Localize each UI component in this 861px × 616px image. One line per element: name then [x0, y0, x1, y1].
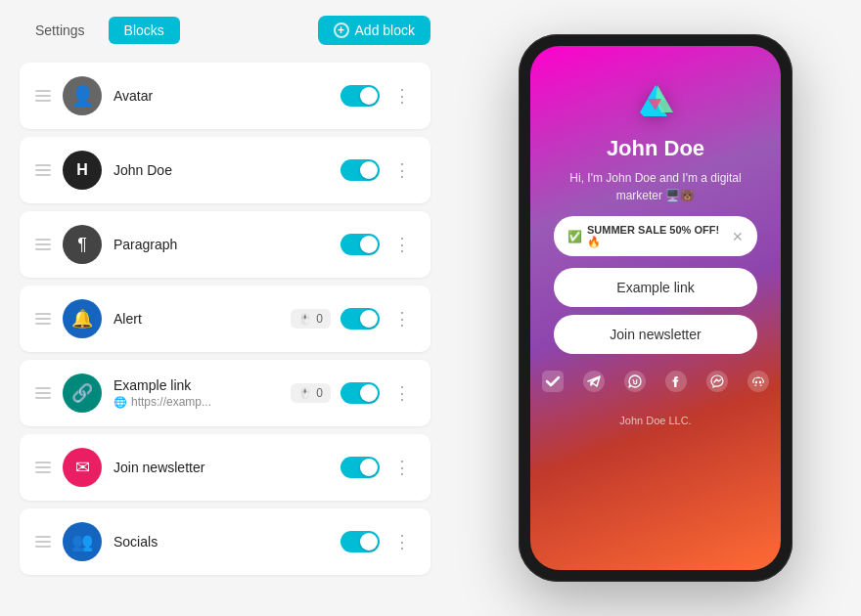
phone-screen: John Doe Hi, I'm John Doe and I'm a digi…: [530, 46, 781, 570]
block-item-avatar: 👤 Avatar ⋮: [20, 63, 430, 129]
whatsapp-social-icon[interactable]: [621, 368, 649, 395]
alert-clicks-badge: 🖱️ 0: [291, 309, 331, 329]
join-newsletter-more-button[interactable]: ⋮: [389, 453, 415, 482]
add-block-button[interactable]: + Add block: [318, 16, 430, 45]
click-icon: 🖱️: [298, 387, 312, 400]
svg-point-2: [624, 371, 646, 392]
join-newsletter-block-icon: ✉: [63, 448, 102, 487]
settings-tab[interactable]: Settings: [20, 17, 101, 44]
alert-check-icon: ✅: [567, 230, 582, 243]
alert-text: ✅ SUMMER SALE 50% OFF! 🔥: [567, 224, 732, 248]
alert-bar-text: SUMMER SALE 50% OFF! 🔥: [587, 224, 732, 248]
block-list: 👤 Avatar ⋮ H John Doe ⋮: [20, 63, 430, 575]
add-block-label: Add block: [355, 22, 415, 38]
john-doe-block-actions: ⋮: [340, 155, 415, 185]
block-item-john-doe: H John Doe ⋮: [20, 137, 430, 203]
example-link-toggle[interactable]: [340, 382, 380, 404]
svg-rect-0: [542, 371, 564, 392]
join-newsletter-block-actions: ⋮: [340, 453, 415, 482]
click-icon: 🖱️: [298, 313, 312, 326]
alert-more-button[interactable]: ⋮: [389, 304, 415, 333]
avatar-block-actions: ⋮: [340, 81, 415, 110]
alert-block-info: Alert: [113, 311, 279, 327]
svg-point-4: [706, 371, 728, 392]
example-link-url: 🌐 https://examp...: [113, 395, 279, 409]
avatar-block-icon: 👤: [63, 76, 102, 115]
example-link-more-button[interactable]: ⋮: [389, 378, 415, 408]
left-panel: Settings Blocks + Add block 👤 Avatar ⋮: [0, 0, 450, 616]
join-newsletter-block-info: Join newsletter: [113, 460, 329, 475]
socials-more-button[interactable]: ⋮: [389, 527, 415, 556]
toolbar: Settings Blocks + Add block: [20, 16, 430, 45]
alert-block-actions: 🖱️ 0 ⋮: [291, 304, 415, 333]
drag-handle[interactable]: [35, 536, 51, 548]
alert-toggle[interactable]: [340, 308, 380, 330]
paragraph-block-info: Paragraph: [113, 237, 329, 252]
paragraph-block-name: Paragraph: [113, 237, 329, 252]
phone-content: John Doe Hi, I'm John Doe and I'm a digi…: [530, 46, 781, 442]
john-doe-block-name: John Doe: [113, 162, 329, 178]
avatar-block-info: Avatar: [113, 88, 329, 104]
drag-handle[interactable]: [35, 239, 51, 250]
example-link-clicks-badge: 🖱️ 0: [291, 383, 331, 403]
socials-block-actions: ⋮: [340, 527, 415, 556]
john-doe-toggle[interactable]: [340, 159, 380, 181]
join-newsletter-button[interactable]: Join newsletter: [554, 315, 757, 354]
example-link-block-actions: 🖱️ 0 ⋮: [291, 378, 415, 408]
john-doe-block-icon: H: [63, 151, 102, 190]
example-link-block-name: Example link: [113, 377, 279, 393]
telegram-social-icon[interactable]: [580, 368, 608, 395]
example-link-block-info: Example link 🌐 https://examp...: [113, 377, 279, 409]
right-panel: John Doe Hi, I'm John Doe and I'm a digi…: [450, 0, 861, 616]
block-item-alert: 🔔 Alert 🖱️ 0 ⋮: [20, 286, 430, 352]
block-item-paragraph: ¶ Paragraph ⋮: [20, 211, 430, 278]
avatar-block-name: Avatar: [113, 88, 329, 104]
todo-social-icon[interactable]: [539, 368, 566, 395]
paragraph-more-button[interactable]: ⋮: [389, 230, 415, 259]
svg-point-7: [759, 381, 761, 384]
join-newsletter-toggle[interactable]: [340, 457, 380, 478]
alert-block-name: Alert: [113, 311, 279, 327]
profile-bio: Hi, I'm John Doe and I'm a digitalmarket…: [562, 169, 748, 204]
globe-icon: 🌐: [113, 396, 127, 409]
block-item-socials: 👥 Socials ⋮: [20, 508, 430, 575]
socials-toggle[interactable]: [340, 531, 380, 552]
avatar-more-button[interactable]: ⋮: [389, 81, 415, 110]
discord-social-icon[interactable]: [745, 368, 772, 395]
paragraph-block-icon: ¶: [63, 225, 102, 264]
svg-point-6: [755, 381, 757, 384]
svg-point-5: [748, 371, 769, 392]
join-newsletter-block-name: Join newsletter: [113, 460, 329, 475]
alert-block-icon: 🔔: [63, 299, 102, 338]
phone-mockup: John Doe Hi, I'm John Doe and I'm a digi…: [519, 34, 793, 582]
socials-block-info: Socials: [113, 534, 329, 550]
messenger-social-icon[interactable]: [703, 368, 731, 395]
block-item-join-newsletter: ✉ Join newsletter ⋮: [20, 434, 430, 501]
phone-footer: John Doe LLC.: [619, 415, 691, 426]
socials-block-name: Socials: [113, 534, 329, 550]
social-icons-row: [539, 368, 772, 395]
alert-clicks-count: 0: [316, 312, 323, 326]
socials-block-icon: 👥: [63, 522, 102, 561]
john-doe-more-button[interactable]: ⋮: [389, 155, 415, 185]
facebook-social-icon[interactable]: [662, 368, 690, 395]
avatar-toggle[interactable]: [340, 85, 380, 107]
plus-icon: +: [334, 22, 349, 38]
alert-close-icon[interactable]: ✕: [732, 229, 744, 244]
example-link-button[interactable]: Example link: [554, 268, 757, 307]
toolbar-tabs: Settings Blocks: [20, 17, 180, 44]
drag-handle[interactable]: [35, 387, 51, 399]
john-doe-block-info: John Doe: [113, 162, 329, 178]
blocks-tab[interactable]: Blocks: [109, 17, 180, 44]
paragraph-toggle[interactable]: [340, 234, 380, 255]
example-link-clicks-count: 0: [316, 386, 323, 400]
paragraph-block-actions: ⋮: [340, 230, 415, 259]
alert-bar: ✅ SUMMER SALE 50% OFF! 🔥 ✕: [554, 216, 757, 256]
drag-handle[interactable]: [35, 164, 51, 176]
block-item-example-link: 🔗 Example link 🌐 https://examp... 🖱️ 0 ⋮: [20, 360, 430, 426]
drag-handle[interactable]: [35, 313, 51, 325]
profile-name: John Doe: [607, 136, 704, 161]
drag-handle[interactable]: [35, 90, 51, 102]
app-logo: [630, 73, 681, 124]
drag-handle[interactable]: [35, 462, 51, 473]
